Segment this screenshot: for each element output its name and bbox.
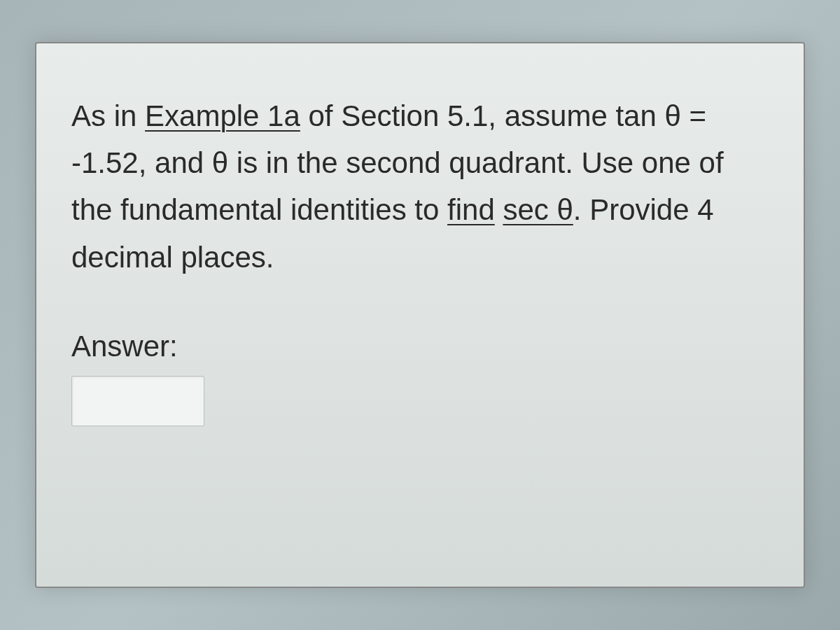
example-link[interactable]: Example 1a	[145, 99, 300, 132]
find-link[interactable]: find	[447, 193, 495, 226]
answer-input[interactable]	[71, 376, 204, 426]
question-card: As in Example 1a of Section 5.1, assume …	[35, 42, 805, 588]
text-segment: of Section 5.1, assume tan	[300, 99, 665, 132]
answer-section: Answer:	[71, 330, 769, 426]
answer-label: Answer:	[71, 330, 769, 363]
question-text: As in Example 1a of Section 5.1, assume …	[71, 92, 769, 281]
sec-theta-link[interactable]: sec θ	[503, 193, 573, 226]
text-segment: As in	[71, 99, 145, 132]
